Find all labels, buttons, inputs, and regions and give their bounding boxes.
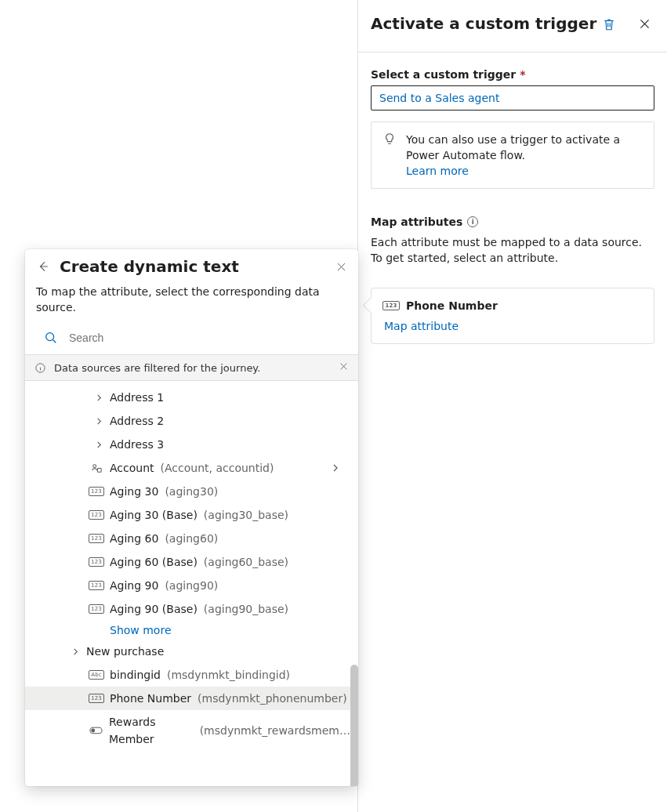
svg-point-5	[92, 729, 95, 732]
number-type-icon: 123	[89, 487, 104, 496]
attribute-card-phone[interactable]: 123 Phone Number Map attribute	[371, 288, 654, 344]
tip-learn-more-link[interactable]: Learn more	[406, 165, 469, 177]
tree-item-address-1[interactable]: Address 1	[25, 386, 357, 409]
tree-item-account[interactable]: Account (Account, accountid)	[25, 456, 357, 480]
number-type-icon: 123	[382, 301, 399, 310]
tree-item-new-purchase[interactable]: New purchase	[25, 640, 357, 663]
chevron-right-icon	[96, 394, 103, 401]
data-source-tree: Address 1 Address 2 Address 3	[25, 381, 358, 786]
dynamic-text-popover: Create dynamic text To map the attribute…	[25, 249, 358, 786]
chevron-right-icon	[96, 441, 103, 448]
tree-item-aging30[interactable]: 123 Aging 30 (aging30)	[25, 480, 357, 503]
chevron-right-icon	[96, 418, 103, 425]
arrow-left-icon	[36, 259, 50, 274]
lookup-type-icon	[89, 462, 103, 473]
search-icon	[44, 331, 58, 345]
search-row[interactable]	[25, 326, 358, 354]
map-attribute-link[interactable]: Map attribute	[384, 320, 641, 332]
panel-title: Activate a custom trigger	[371, 13, 602, 34]
close-icon	[638, 17, 651, 31]
tree-item-address-2[interactable]: Address 2	[25, 409, 357, 433]
lightbulb-icon	[382, 132, 397, 146]
text-type-icon: Abc	[89, 670, 104, 680]
tree-item-address-3[interactable]: Address 3	[25, 433, 357, 456]
attribute-name: Phone Number	[406, 299, 498, 312]
tip-callout: You can also use a trigger to activate a…	[371, 121, 654, 189]
tree-item-aging60-base[interactable]: 123 Aging 60 (Base) (aging60_base)	[25, 550, 357, 574]
activate-trigger-panel: Activate a custom trigger Select a custo…	[357, 0, 667, 812]
search-input[interactable]	[67, 331, 347, 345]
back-button[interactable]	[36, 259, 50, 274]
tree-item-phone-number[interactable]: 123 Phone Number (msdynmkt_phonenumber)	[25, 687, 357, 710]
tip-text: You can also use a trigger to activate a…	[406, 133, 620, 161]
tree-item-aging90[interactable]: 123 Aging 90 (aging90)	[25, 574, 357, 597]
info-icon[interactable]: i	[467, 216, 478, 227]
banner-close-button[interactable]	[339, 361, 349, 374]
trigger-field-label: Select a custom trigger *	[371, 68, 654, 81]
map-attributes-heading: Map attributes i	[371, 216, 654, 228]
number-type-icon: 123	[89, 694, 104, 703]
toggle-type-icon	[89, 725, 103, 736]
delete-button[interactable]	[602, 17, 616, 31]
show-more-link[interactable]: Show more	[25, 621, 357, 640]
trigger-select[interactable]: Send to a Sales agent	[371, 85, 654, 111]
tree-item-aging60[interactable]: 123 Aging 60 (aging60)	[25, 527, 357, 550]
filter-banner: Data sources are filtered for the journe…	[25, 354, 358, 381]
tree-item-aging30-base[interactable]: 123 Aging 30 (Base) (aging30_base)	[25, 503, 357, 527]
popover-description: To map the attribute, select the corresp…	[25, 276, 358, 326]
close-icon	[339, 361, 349, 372]
number-type-icon: 123	[89, 510, 104, 520]
svg-point-0	[46, 333, 54, 341]
number-type-icon: 123	[89, 534, 104, 543]
chevron-right-icon	[72, 648, 80, 655]
close-panel-button[interactable]	[638, 17, 651, 31]
svg-rect-3	[97, 468, 101, 472]
info-icon	[34, 362, 46, 374]
svg-point-2	[92, 464, 96, 467]
chevron-right-icon	[332, 459, 339, 477]
trash-icon	[602, 17, 616, 31]
scrollbar-thumb[interactable]	[350, 665, 358, 786]
number-type-icon: 123	[89, 604, 104, 614]
close-popover-button[interactable]	[335, 261, 347, 273]
number-type-icon: 123	[89, 581, 104, 590]
popover-title: Create dynamic text	[60, 257, 326, 276]
tree-item-bindingid[interactable]: Abc bindingid (msdynmkt_bindingid)	[25, 663, 357, 687]
number-type-icon: 123	[89, 557, 104, 567]
tree-item-aging90-base[interactable]: 123 Aging 90 (Base) (aging90_base)	[25, 597, 357, 621]
map-attributes-description: Each attribute must be mapped to a data …	[371, 234, 654, 266]
close-icon	[335, 261, 347, 273]
tree-item-rewards-member[interactable]: Rewards Member (msdynmkt_rewardsmem…	[25, 710, 357, 751]
panel-header: Activate a custom trigger	[358, 0, 667, 53]
